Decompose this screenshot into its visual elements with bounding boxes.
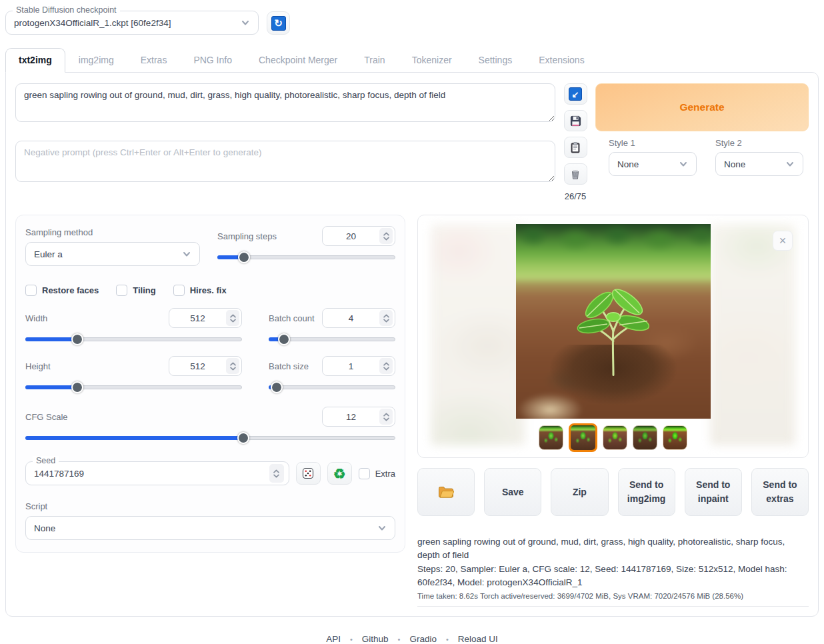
- reuse-seed-button[interactable]: ♻: [327, 462, 352, 485]
- chevron-down-icon: [377, 523, 387, 533]
- refresh-checkpoint-button[interactable]: ↻: [267, 11, 290, 35]
- style2-select[interactable]: None: [715, 152, 803, 176]
- tab-extras[interactable]: Extras: [127, 48, 181, 72]
- width-label: Width: [25, 313, 47, 323]
- send-to-inpaint-button[interactable]: Send to inpaint: [685, 468, 742, 516]
- hires-fix-checkbox[interactable]: Hires. fix: [173, 285, 227, 296]
- paste-arrow-icon: ↙: [569, 87, 582, 101]
- tab-txt2img[interactable]: txt2img: [5, 48, 65, 73]
- sampling-method-select[interactable]: Euler a: [25, 242, 200, 266]
- trash-icon: [569, 168, 581, 181]
- checkbox-icon: [116, 285, 127, 296]
- negative-prompt-input[interactable]: [15, 141, 555, 182]
- checkpoint-bar: Stable Diffusion checkpoint protogenX34O…: [5, 0, 819, 35]
- tab-settings[interactable]: Settings: [465, 48, 526, 72]
- clipboard-icon: [569, 141, 581, 154]
- height-slider[interactable]: [25, 381, 242, 393]
- checkpoint-select[interactable]: Stable Diffusion checkpoint protogenX34O…: [5, 11, 259, 35]
- recycle-icon: ♻: [333, 467, 346, 481]
- sampling-steps-input[interactable]: 20: [322, 226, 395, 246]
- token-counter: 26/75: [565, 191, 587, 201]
- refresh-icon: ↻: [271, 16, 286, 31]
- send-to-extras-button[interactable]: Send to extras: [751, 468, 809, 516]
- prompt-input[interactable]: green sapling rowing out of ground, mud,…: [15, 83, 555, 122]
- width-input[interactable]: 512: [169, 308, 242, 328]
- save-button[interactable]: Save: [484, 468, 541, 516]
- chevron-down-icon: [182, 249, 191, 259]
- width-slider[interactable]: [25, 333, 242, 345]
- stepper-icon[interactable]: [269, 464, 284, 483]
- gallery-next-image[interactable]: [710, 224, 795, 445]
- save-style-button[interactable]: [564, 110, 587, 131]
- stepper-icon[interactable]: [379, 228, 393, 244]
- batch-count-input[interactable]: 4: [322, 308, 395, 328]
- footer-link-gradio[interactable]: Gradio: [409, 634, 437, 644]
- stepper-icon[interactable]: [226, 310, 239, 326]
- style1-select[interactable]: None: [609, 152, 697, 176]
- zip-button[interactable]: Zip: [551, 468, 608, 516]
- script-label: Script: [25, 501, 47, 511]
- generation-info: green sapling rowing out of ground, mud,…: [417, 535, 809, 607]
- close-gallery-button[interactable]: ×: [773, 231, 793, 251]
- batch-size-input[interactable]: 1: [322, 356, 395, 376]
- footer: API • Github • Gradio • Reload UI python…: [5, 634, 819, 644]
- checkpoint-label: Stable Diffusion checkpoint: [13, 5, 120, 15]
- stepper-icon[interactable]: [379, 310, 393, 326]
- cfg-scale-label: CFG Scale: [25, 412, 68, 422]
- random-seed-button[interactable]: [296, 462, 321, 485]
- batch-count-label: Batch count: [269, 313, 315, 323]
- batch-size-slider[interactable]: [269, 381, 395, 393]
- tab-png-info[interactable]: PNG Info: [180, 48, 245, 72]
- gallery-thumbnail-3[interactable]: [603, 425, 627, 450]
- apply-style-button[interactable]: [564, 137, 587, 158]
- paste-params-button[interactable]: ↙: [564, 83, 587, 105]
- chevron-down-icon: [679, 159, 688, 169]
- batch-count-slider[interactable]: [269, 333, 395, 345]
- gallery-prev-image[interactable]: [431, 224, 525, 445]
- generation-info-prompt: green sapling rowing out of ground, mud,…: [417, 535, 809, 563]
- stepper-icon[interactable]: [379, 409, 393, 425]
- cfg-scale-input[interactable]: 12: [322, 407, 395, 427]
- tab-train[interactable]: Train: [351, 48, 398, 72]
- stepper-icon[interactable]: [226, 358, 239, 374]
- gallery-thumbnail-4[interactable]: [633, 425, 657, 450]
- output-panel: ×: [417, 215, 809, 607]
- style1-label: Style 1: [609, 138, 697, 148]
- generation-info-time: Time taken: 8.62s Torch active/reserved:…: [417, 592, 809, 600]
- checkpoint-value: protogenX34OfficialR_1.ckpt [60fe2f34]: [14, 18, 241, 28]
- extra-seed-checkbox[interactable]: Extra: [359, 468, 395, 479]
- height-input[interactable]: 512: [169, 356, 242, 376]
- tiling-checkbox[interactable]: Tiling: [116, 285, 155, 296]
- stepper-icon[interactable]: [379, 358, 393, 374]
- footer-link-api[interactable]: API: [326, 634, 341, 644]
- sampling-steps-slider[interactable]: [217, 251, 395, 263]
- tab-extensions[interactable]: Extensions: [525, 48, 597, 72]
- txt2img-panel: green sapling rowing out of ground, mud,…: [5, 72, 819, 617]
- generate-button[interactable]: Generate: [595, 83, 809, 131]
- send-to-img2img-button[interactable]: Send to img2img: [618, 468, 675, 516]
- close-icon: ×: [779, 235, 787, 247]
- checkbox-icon: [359, 468, 370, 479]
- sampling-method-label: Sampling method: [25, 227, 93, 237]
- footer-link-github[interactable]: Github: [362, 634, 389, 644]
- generation-settings-panel: Sampling method Euler a Sampling steps 2…: [15, 215, 405, 553]
- open-folder-button[interactable]: [417, 468, 475, 516]
- batch-size-label: Batch size: [269, 361, 309, 371]
- chevron-down-icon: [241, 18, 250, 27]
- gallery-thumbnail-2-selected[interactable]: [569, 423, 597, 452]
- tab-checkpoint-merger[interactable]: Checkpoint Merger: [245, 48, 351, 72]
- folder-icon: [438, 485, 454, 499]
- gallery-thumbnail-5[interactable]: [663, 425, 687, 450]
- restore-faces-checkbox[interactable]: Restore faces: [25, 285, 99, 296]
- clear-prompt-button[interactable]: [564, 163, 587, 185]
- generated-image[interactable]: [516, 224, 711, 419]
- tab-tokenizer[interactable]: Tokenizer: [399, 48, 465, 72]
- seed-input[interactable]: Seed 1441787169: [25, 461, 289, 485]
- script-select[interactable]: None: [25, 516, 395, 540]
- gallery-thumbnail-1[interactable]: [539, 425, 563, 450]
- style2-label: Style 2: [715, 138, 803, 148]
- cfg-scale-slider[interactable]: [25, 432, 395, 444]
- floppy-disk-icon: [569, 115, 582, 127]
- footer-link-reload-ui[interactable]: Reload UI: [458, 634, 498, 644]
- tab-img2img[interactable]: img2img: [65, 48, 127, 72]
